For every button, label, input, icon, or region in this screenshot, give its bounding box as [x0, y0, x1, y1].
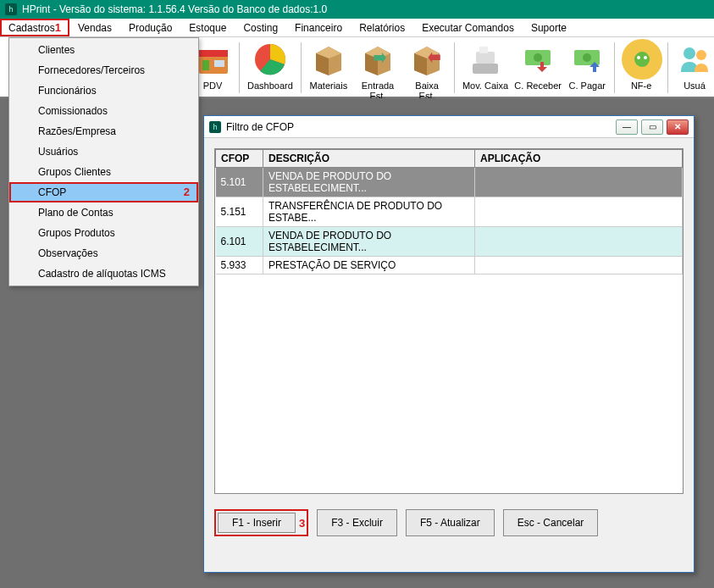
menu-cadastros[interactable]: Cadastros1	[0, 19, 69, 36]
menu-label: Cadastros	[8, 22, 55, 34]
tool-nfe[interactable]: NF-e	[622, 39, 661, 91]
tool-dashboard[interactable]: Dashboard	[246, 39, 294, 91]
box-out-icon	[407, 39, 447, 80]
refresh-button[interactable]: F5 - Atualizar	[406, 509, 495, 536]
tool-label: C. Receber	[514, 80, 562, 91]
tool-c-receber[interactable]: C. Receber	[514, 39, 562, 91]
cell-app	[475, 257, 683, 275]
box-in-icon	[357, 39, 398, 80]
app-icon: h	[5, 3, 17, 15]
dd-grupos-clientes[interactable]: Grupos Clientes	[9, 162, 198, 182]
dd-plano-contas[interactable]: Plano de Contas	[9, 202, 198, 223]
menu-producao[interactable]: Produção	[120, 19, 180, 36]
dialog-titlebar[interactable]: h Filtro de CFOP — ▭ ✕	[204, 116, 694, 138]
receive-money-icon	[518, 39, 558, 80]
cell-app	[475, 197, 683, 227]
tool-label: NF-e	[631, 80, 651, 91]
col-header-aplicacao[interactable]: APLICAÇÃO	[475, 150, 683, 168]
svg-point-14	[634, 52, 650, 67]
insert-button[interactable]: F1 - Inserir	[218, 513, 296, 533]
tool-baixa-est[interactable]: Baixa Est.	[407, 39, 447, 101]
box-icon	[308, 39, 349, 80]
cancel-button[interactable]: Esc - Cancelar	[503, 509, 599, 536]
dd-observacoes[interactable]: Observações	[9, 243, 198, 263]
menu-executar-comandos[interactable]: Executar Comandos	[413, 19, 523, 36]
cell-cfop: 5.151	[216, 197, 263, 227]
svg-point-16	[644, 56, 647, 59]
titlebar: h HPrint - Versão do sistema: 1.1.56.4 V…	[0, 0, 714, 19]
dd-usuarios[interactable]: Usuários	[9, 141, 198, 162]
cash-register-icon	[465, 39, 506, 80]
annotation-3: 3	[299, 517, 305, 530]
menubar: Cadastros1 Vendas Produção Estoque Costi…	[0, 19, 714, 37]
dialog-button-row: F1 - Inserir 3 F3 - Excluir F5 - Atualiz…	[214, 509, 684, 536]
dd-fornecedores[interactable]: Fornecedores/Terceiros	[9, 60, 198, 80]
svg-point-18	[696, 50, 706, 60]
cell-desc: TRANSFERÊNCIA DE PRODUTO DO ESTABE...	[263, 197, 475, 227]
menu-vendas[interactable]: Vendas	[69, 19, 120, 36]
menu-costing[interactable]: Costing	[235, 19, 286, 36]
menu-suporte[interactable]: Suporte	[523, 19, 575, 36]
close-button[interactable]: ✕	[667, 119, 689, 135]
menu-financeiro[interactable]: Financeiro	[286, 19, 351, 36]
dialog-filtro-cfop: h Filtro de CFOP — ▭ ✕ CFOP DESCRIÇÃO AP…	[203, 115, 695, 573]
cell-cfop: 5.101	[216, 168, 263, 197]
toolbar-separator	[239, 42, 240, 93]
svg-rect-8	[479, 47, 488, 53]
tool-label: Dashboard	[247, 80, 293, 91]
tool-usuarios[interactable]: Usuá	[675, 39, 714, 91]
dd-funcionarios[interactable]: Funcionários	[9, 80, 198, 101]
dd-clientes[interactable]: Clientes	[9, 40, 198, 60]
table-row[interactable]: 5.101 VENDA DE PRODUTO DO ESTABELECIMENT…	[216, 168, 683, 197]
dialog-icon: h	[209, 121, 221, 133]
toolbar-separator	[667, 42, 668, 93]
dd-aliquotas-icms[interactable]: Cadastro de alíquotas ICMS	[9, 263, 198, 284]
lion-icon	[622, 39, 662, 80]
tool-label: PDV	[203, 80, 223, 91]
dropdown-cadastros: Clientes Fornecedores/Terceiros Funcioná…	[8, 37, 199, 286]
users-icon	[675, 39, 714, 80]
toolbar-separator	[454, 42, 455, 93]
storefront-icon	[193, 39, 234, 80]
table-row[interactable]: 6.101 VENDA DE PRODUTO DO ESTABELECIMENT…	[216, 227, 683, 257]
menu-relatorios[interactable]: Relatórios	[351, 19, 413, 36]
svg-rect-7	[476, 52, 495, 64]
tool-c-pagar[interactable]: C. Pagar	[567, 39, 607, 91]
svg-point-12	[583, 53, 591, 62]
cell-cfop: 6.101	[216, 227, 263, 257]
cell-desc: VENDA DE PRODUTO DO ESTABELECIMENT...	[263, 227, 475, 257]
dd-grupos-produtos[interactable]: Grupos Produtos	[9, 223, 198, 243]
delete-button[interactable]: F3 - Excluir	[317, 509, 397, 536]
pay-money-icon	[567, 39, 607, 80]
col-header-descricao[interactable]: DESCRIÇÃO	[263, 150, 475, 168]
tool-label: Usuá	[684, 80, 706, 91]
window-title: HPrint - Versão do sistema: 1.1.56.4 Ver…	[22, 0, 327, 19]
menu-estoque[interactable]: Estoque	[180, 19, 235, 36]
pie-chart-icon	[250, 39, 291, 80]
dd-razoes-empresa[interactable]: Razões/Empresa	[9, 121, 198, 141]
tool-materiais[interactable]: Materiais	[308, 39, 349, 91]
annotation-2: 2	[184, 186, 190, 199]
tool-label: Materiais	[310, 80, 348, 91]
maximize-button[interactable]: ▭	[641, 119, 663, 135]
svg-point-17	[684, 47, 695, 59]
annot-box-3: F1 - Inserir 3	[214, 509, 308, 536]
cell-cfop: 5.933	[216, 257, 263, 275]
table-row[interactable]: 5.933 PRESTAÇÃO DE SERVIÇO	[216, 257, 683, 275]
col-header-cfop[interactable]: CFOP	[216, 150, 263, 168]
svg-rect-4	[214, 60, 224, 67]
dialog-title: Filtro de CFOP	[226, 121, 294, 133]
svg-rect-6	[473, 64, 498, 74]
svg-point-10	[534, 53, 542, 62]
table-row[interactable]: 5.151 TRANSFERÊNCIA DE PRODUTO DO ESTABE…	[216, 197, 683, 227]
cell-app	[475, 168, 683, 197]
cfop-grid[interactable]: CFOP DESCRIÇÃO APLICAÇÃO 5.101 VENDA DE …	[214, 148, 684, 494]
toolbar-separator	[301, 42, 302, 93]
dd-cfop[interactable]: CFOP 2	[9, 182, 198, 202]
minimize-button[interactable]: —	[616, 119, 638, 135]
tool-mov-caixa[interactable]: Mov. Caixa	[462, 39, 509, 91]
svg-point-15	[637, 56, 640, 59]
dd-comissionados[interactable]: Comissionados	[9, 101, 198, 121]
tool-entrada-est[interactable]: Entrada Est.	[354, 39, 401, 101]
tool-label: C. Pagar	[569, 80, 606, 91]
